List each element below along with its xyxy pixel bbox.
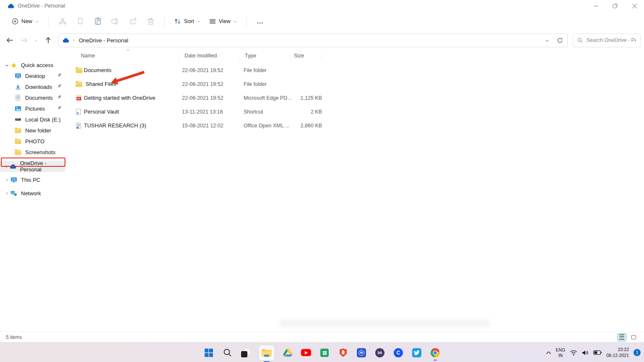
copy-icon — [76, 17, 84, 25]
chevron-down-icon — [5, 63, 9, 67]
taskbar-youtube[interactable] — [301, 348, 311, 358]
file-row-shared-files[interactable]: Shared Files 22-06-2021 19:52 File folde… — [67, 78, 644, 91]
language-indicator[interactable]: ENG IN — [556, 347, 566, 358]
close-button[interactable] — [625, 0, 644, 12]
folder-icon — [14, 149, 21, 155]
youtube-icon — [301, 349, 311, 356]
sidebar-item-pictures[interactable]: Pictures — [0, 103, 67, 114]
minimize-button[interactable] — [586, 0, 605, 12]
folder-icon — [14, 127, 21, 134]
volume-icon[interactable] — [582, 350, 589, 356]
icons-view-icon — [631, 335, 636, 339]
sort-button[interactable]: Sort — [170, 15, 205, 28]
start-button[interactable] — [204, 348, 214, 358]
taskbar-bit-app[interactable]: bit — [375, 348, 385, 358]
screen: OneDrive - Personal — [0, 0, 644, 362]
icons-view-toggle[interactable] — [629, 333, 638, 341]
sidebar-item-onedrive-personal[interactable]: OneDrive - Personal — [0, 161, 65, 172]
file-row-personal-vault[interactable]: Personal Vault 13-11-2021 13:16 Shortcut… — [67, 105, 644, 119]
new-button[interactable]: New — [8, 15, 43, 28]
chevron-right-icon — [73, 38, 75, 42]
file-row-getting-started-with-onedrive[interactable]: Getting started with OneDrive 22-06-2021… — [67, 91, 644, 105]
delete-button[interactable] — [142, 14, 159, 29]
column-header-size[interactable]: Size — [294, 53, 304, 59]
network-icon — [10, 190, 17, 197]
tray-expand-chevron-icon[interactable] — [546, 351, 551, 354]
view-button[interactable]: View — [205, 15, 242, 27]
wifi-icon[interactable] — [570, 350, 577, 356]
share-button[interactable] — [124, 14, 142, 29]
back-button[interactable] — [3, 34, 17, 47]
battery-icon[interactable] — [593, 350, 602, 355]
navigation-bar: OneDrive - Personal Search OneDrive - Pe… — [0, 31, 644, 50]
command-bar: New — [0, 12, 644, 31]
taskbar-file-explorer[interactable] — [259, 345, 274, 360]
sidebar-item-local-disk-e[interactable]: Local Disk (E:) — [0, 114, 67, 125]
search-icon — [577, 37, 583, 43]
address-dropdown-icon[interactable] — [545, 39, 549, 42]
column-separator[interactable] — [240, 54, 240, 61]
notification-badge[interactable]: 1 — [634, 349, 641, 356]
onedrive-icon — [8, 4, 14, 8]
copy-button[interactable] — [71, 14, 89, 29]
paste-button[interactable] — [89, 14, 106, 29]
sidebar-item-network[interactable]: Network — [0, 188, 67, 199]
cut-button[interactable] — [54, 14, 71, 29]
folder-icon — [14, 138, 21, 145]
address-bar[interactable]: OneDrive - Personal — [58, 34, 568, 47]
this-pc-icon — [10, 176, 17, 183]
toolbar-separator — [247, 16, 247, 26]
taskbar-brave[interactable] — [338, 348, 348, 358]
column-separator[interactable] — [322, 54, 322, 61]
chevron-down-icon — [34, 39, 38, 42]
column-header-date-modified[interactable]: Date modified — [184, 53, 217, 59]
taskbar-search-button[interactable] — [222, 348, 232, 358]
taskbar-chrome[interactable] — [430, 348, 440, 358]
view-button-label: View — [219, 18, 231, 24]
chrome-icon — [431, 348, 440, 357]
arrow-left-icon — [6, 37, 13, 43]
taskbar-dark-squares-app[interactable] — [241, 348, 251, 358]
sidebar-item-desktop[interactable]: Desktop — [0, 70, 67, 81]
chevron-right-icon — [5, 178, 9, 182]
taskbar-google-sheets[interactable] — [319, 348, 330, 358]
download-icon — [14, 83, 21, 90]
column-header-type[interactable]: Type — [245, 53, 256, 59]
search-box[interactable]: Search OneDrive - Pe... — [573, 34, 641, 47]
column-separator[interactable] — [179, 54, 179, 61]
forward-button[interactable] — [17, 34, 31, 47]
taskbar-coinmarketcap[interactable]: M — [356, 348, 366, 358]
sidebar-item-photo[interactable]: PHOTO — [0, 136, 67, 147]
taskbar-twitter[interactable] — [412, 348, 422, 358]
sidebar-item-new-folder[interactable]: New folder — [0, 125, 67, 136]
column-header-name[interactable]: Name — [81, 53, 95, 59]
trash-icon — [147, 17, 154, 25]
onedrive-icon — [10, 163, 16, 170]
taskbar-google-drive[interactable] — [283, 348, 293, 358]
up-button[interactable] — [41, 34, 55, 47]
rename-button[interactable] — [106, 14, 124, 29]
recent-locations-button[interactable] — [31, 34, 41, 47]
sidebar-item-screenshots[interactable]: Screenshots — [0, 147, 67, 158]
file-row-documents[interactable]: Documents 22-06-2021 19:52 File folder — [67, 64, 644, 78]
restore-button[interactable] — [605, 0, 625, 12]
sidebar-item-label: Quick access — [21, 62, 53, 68]
details-view-toggle[interactable] — [617, 333, 626, 341]
taskbar-coinbase[interactable]: C — [393, 348, 403, 358]
sidebar-item-downloads[interactable]: Downloads — [0, 81, 67, 92]
file-row-tushar-research[interactable]: TUSHAR RESEARCH (3) 15-08-2021 12:02 Off… — [67, 119, 644, 133]
coinmarketcap-icon: M — [357, 348, 366, 357]
see-more-button[interactable]: ... — [252, 18, 269, 25]
column-separator[interactable] — [290, 54, 291, 61]
desktop-icon — [14, 72, 21, 79]
sidebar-item-quick-access[interactable]: Quick access — [0, 59, 67, 70]
clock[interactable]: 23:22 08-12-2021 — [606, 347, 629, 358]
breadcrumb[interactable]: OneDrive - Personal — [79, 37, 128, 44]
hard-disk-icon — [14, 116, 21, 123]
sidebar-item-this-pc[interactable]: This PC — [0, 174, 67, 185]
chevron-right-icon — [5, 191, 9, 196]
folder-icon — [75, 81, 83, 88]
sidebar-item-documents[interactable]: Documents — [0, 92, 67, 103]
refresh-icon[interactable] — [557, 37, 563, 44]
watermark-smudge — [279, 320, 491, 327]
